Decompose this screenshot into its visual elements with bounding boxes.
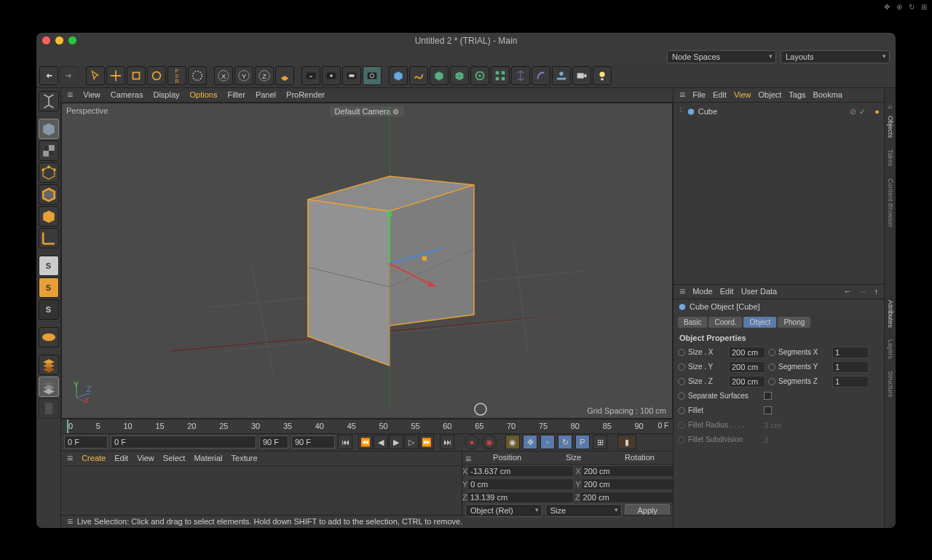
hamburger-icon[interactable]: ≡ [679, 285, 685, 297]
nav-back-icon[interactable]: ← [844, 287, 852, 296]
undo-button[interactable] [39, 66, 58, 85]
start-frame-b[interactable] [111, 435, 256, 449]
object-mode[interactable] [39, 119, 59, 139]
prorender-menu[interactable]: ProRender [286, 90, 325, 99]
attributes-tab[interactable]: Attributes [886, 296, 895, 332]
create-menu[interactable]: Create [82, 454, 106, 462]
size-Z-input[interactable] [580, 492, 686, 503]
viewport-solo-hier[interactable] [39, 398, 59, 419]
light-button[interactable] [593, 66, 612, 85]
panel-menu[interactable]: Panel [256, 90, 276, 99]
prop-input[interactable] [729, 361, 765, 373]
model-mode[interactable] [39, 91, 59, 111]
prev-frame-button[interactable]: ◀ [374, 435, 388, 449]
field-button[interactable] [511, 66, 530, 85]
pos-key-button[interactable]: ✥ [523, 435, 537, 449]
anim-dot-icon[interactable] [768, 363, 775, 371]
deformer-button[interactable] [470, 66, 489, 85]
workplane-button[interactable] [39, 327, 59, 347]
node-spaces-dropdown[interactable]: Node Spaces [667, 50, 776, 63]
layers-tab[interactable]: Layers [886, 335, 895, 363]
redo-button[interactable] [60, 66, 79, 85]
psr-tool[interactable]: PSR [167, 66, 186, 85]
coord-mode-dropdown[interactable]: Object (Rel) [465, 504, 542, 517]
record-button[interactable]: ● [465, 435, 479, 449]
anim-dot-icon[interactable] [768, 349, 775, 356]
enable-snap[interactable]: S [39, 256, 59, 276]
x-axis-button[interactable]: X [214, 66, 233, 85]
camera-button[interactable] [572, 66, 591, 85]
end-frame-b[interactable] [291, 435, 335, 449]
objects-tab[interactable]: Objects [886, 111, 895, 143]
render-view-button[interactable] [301, 66, 320, 85]
tab-phong[interactable]: Phong [778, 317, 810, 328]
array-button[interactable] [491, 66, 510, 85]
cube-primitive-button[interactable] [389, 66, 408, 85]
prop-input[interactable] [832, 376, 869, 387]
environment-button[interactable] [552, 66, 571, 85]
move-tool[interactable] [106, 66, 125, 85]
nav-fwd-icon[interactable]: → [859, 287, 867, 296]
pos-Y-input[interactable] [467, 478, 574, 490]
object-item-cube[interactable]: └ Cube ⊘ ✓ ● [676, 106, 881, 118]
subdivision-button[interactable] [450, 66, 469, 85]
play-button[interactable]: ▶ [389, 435, 403, 449]
options-menu[interactable]: Options [190, 90, 218, 99]
edge-mode[interactable] [39, 184, 59, 205]
start-frame-a[interactable] [64, 435, 108, 449]
prop-input[interactable] [729, 347, 765, 358]
end-frame-a[interactable] [259, 435, 288, 449]
next-key-button[interactable]: ⏩ [419, 435, 434, 449]
search-icon[interactable]: ⌕ [888, 103, 892, 109]
filter-menu[interactable]: Filter [227, 90, 245, 99]
attr-userdata-menu[interactable]: User Data [741, 287, 778, 296]
obj-object-menu[interactable]: Object [759, 90, 782, 99]
attr-edit-menu[interactable]: Edit [720, 287, 734, 296]
scale-key-button[interactable]: ▫ [540, 435, 555, 449]
timeline-marker-button[interactable]: ▮ [617, 435, 636, 449]
param-key-button[interactable]: P [575, 435, 590, 449]
scale-tool[interactable] [127, 66, 146, 85]
size-mode-dropdown[interactable]: Size [545, 504, 623, 517]
anim-dot-icon[interactable] [678, 407, 685, 414]
pos-Z-input[interactable] [467, 492, 574, 503]
hamburger-icon[interactable]: ≡ [67, 452, 73, 464]
prop-input[interactable] [832, 361, 869, 373]
takes-tab[interactable]: Takes [886, 145, 895, 171]
mat-select-menu[interactable]: Select [163, 454, 186, 462]
obj-tags-menu[interactable]: Tags [789, 90, 805, 99]
axis-mode[interactable] [39, 228, 59, 248]
rotate-tool[interactable] [147, 66, 166, 85]
viewport[interactable]: Perspective Default Camera ⚙ [61, 103, 673, 419]
pla-key-button[interactable]: ⊞ [593, 435, 607, 449]
material-menu[interactable]: Material [194, 454, 222, 462]
render-region-button[interactable] [322, 66, 341, 85]
obj-bookmarks-menu[interactable]: Bookma [813, 90, 842, 99]
tab-coord.[interactable]: Coord. [708, 317, 742, 328]
quantize-snap[interactable]: S [39, 299, 59, 320]
select-tool[interactable] [86, 66, 105, 85]
timeline-ruler[interactable]: 0 F 051015202530354045505560657075808590 [61, 419, 673, 433]
prop-input[interactable] [729, 376, 765, 387]
coord-system-button[interactable] [275, 66, 294, 85]
texture-mode[interactable] [39, 141, 59, 161]
size-X-input[interactable] [581, 465, 687, 477]
pos-X-input[interactable] [467, 465, 574, 477]
structure-tab[interactable]: Structure [886, 366, 895, 402]
content-browser-tab[interactable]: Content Browser [886, 174, 895, 232]
rot-key-button[interactable]: ↻ [558, 435, 572, 449]
checkbox[interactable] [764, 392, 772, 400]
viewport-solo-off[interactable] [39, 355, 59, 375]
lasso-tool[interactable] [188, 66, 207, 85]
prop-input[interactable] [832, 347, 869, 358]
hamburger-icon[interactable]: ≡ [462, 451, 474, 464]
obj-view-menu[interactable]: View [734, 90, 751, 99]
nav-up-icon[interactable]: ↑ [874, 287, 879, 296]
layouts-dropdown[interactable]: Layouts [781, 50, 890, 63]
texture-menu[interactable]: Texture [232, 454, 258, 462]
tab-basic[interactable]: Basic [678, 317, 707, 328]
view-menu[interactable]: View [83, 90, 100, 99]
object-manager[interactable]: └ Cube ⊘ ✓ ● [674, 103, 884, 285]
y-axis-button[interactable]: Y [234, 66, 253, 85]
goto-end-button[interactable]: ⏭ [440, 435, 454, 449]
